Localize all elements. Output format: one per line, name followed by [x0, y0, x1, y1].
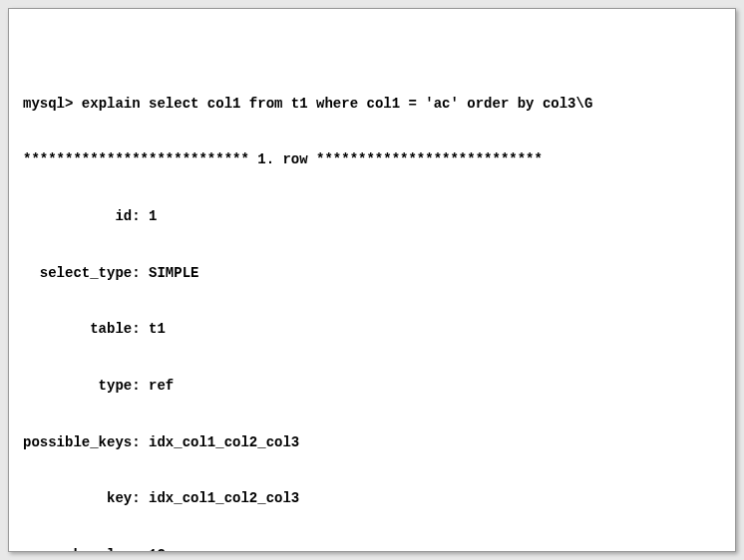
mysql-prompt: mysql> [23, 96, 73, 112]
explain-field-type: type: ref [23, 377, 721, 396]
field-label: id [23, 208, 132, 224]
field-value: 1 [149, 208, 157, 224]
field-label: possible_keys [23, 434, 132, 450]
field-label: select_type [23, 265, 132, 281]
field-value: t1 [149, 321, 166, 337]
explain-field-key: key: idx_col1_col2_col3 [23, 489, 721, 508]
query-block-1: mysql> explain select col1 from t1 where… [23, 57, 721, 552]
field-label: table [23, 321, 132, 337]
field-value: SIMPLE [149, 265, 198, 281]
mysql-terminal[interactable]: mysql> explain select col1 from t1 where… [8, 8, 736, 552]
field-value: idx_col1_col2_col3 [149, 434, 299, 450]
field-value: idx_col1_col2_col3 [149, 490, 299, 506]
field-label: type [23, 378, 132, 394]
field-label: key_len [23, 547, 132, 552]
explain-field-id: id: 1 [23, 207, 721, 226]
explain-field-key-len: key_len: 13 [23, 546, 721, 552]
field-value: 13 [149, 547, 166, 552]
sql-command: explain select col1 from t1 where col1 =… [82, 96, 592, 112]
prompt-line: mysql> explain select col1 from t1 where… [23, 95, 721, 114]
explain-field-table: table: t1 [23, 320, 721, 339]
explain-field-possible-keys: possible_keys: idx_col1_col2_col3 [23, 433, 721, 452]
field-value: ref [149, 378, 174, 394]
row-separator: *************************** 1. row *****… [23, 150, 721, 169]
explain-field-select-type: select_type: SIMPLE [23, 264, 721, 283]
field-label: key [23, 490, 132, 506]
